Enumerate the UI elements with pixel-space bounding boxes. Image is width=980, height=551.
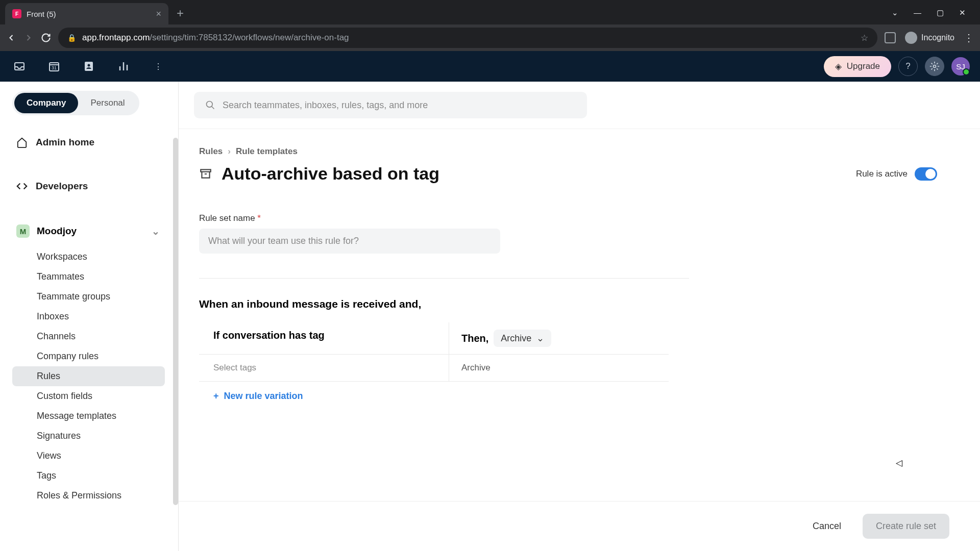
help-icon[interactable]: ? — [898, 57, 918, 76]
settings-icon[interactable] — [925, 57, 944, 76]
close-icon[interactable]: × — [156, 9, 161, 19]
workspace-badge: M — [16, 224, 30, 238]
rule-name-input[interactable] — [199, 229, 500, 254]
settings-search-input[interactable] — [223, 100, 576, 111]
svg-text:31: 31 — [52, 65, 57, 70]
upgrade-button[interactable]: ◈ Upgrade — [824, 56, 891, 77]
sidebar-item-views[interactable]: Views — [12, 446, 165, 466]
incognito-badge[interactable]: Incognito — [905, 32, 954, 44]
back-icon[interactable] — [6, 33, 16, 43]
rule-table: If conversation has tag Then, Archive ⌄ … — [199, 322, 669, 411]
more-apps-icon[interactable]: ⋮ — [149, 57, 167, 76]
app-header: 31 ⋮ ◈ Upgrade ? SJ — [0, 51, 980, 82]
scope-personal-button[interactable]: Personal — [78, 93, 137, 113]
tab-title: Front (5) — [27, 10, 151, 18]
home-icon — [16, 137, 28, 148]
sidebar-item-rules[interactable]: Rules — [12, 366, 165, 386]
extensions-icon[interactable] — [885, 32, 896, 43]
search-icon — [205, 100, 215, 110]
page-title: Auto-archive based on tag — [222, 164, 439, 184]
sidebar-item-company-rules[interactable]: Company rules — [12, 346, 165, 366]
divider — [199, 278, 689, 279]
developers-link[interactable]: Developers — [12, 174, 173, 198]
chevron-down-icon: ⌄ — [536, 333, 544, 344]
svg-point-6 — [207, 102, 213, 108]
sidebar-item-custom-fields[interactable]: Custom fields — [12, 386, 165, 406]
inbox-icon[interactable] — [10, 57, 29, 76]
avatar[interactable]: SJ — [951, 57, 970, 76]
new-variation-button[interactable]: + New rule variation — [199, 382, 669, 411]
contacts-icon[interactable] — [80, 57, 98, 76]
url-text: app.frontapp.com/settings/tim:7858132/wo… — [82, 33, 854, 43]
sidebar-item-teammates[interactable]: Teammates — [12, 267, 165, 287]
content-area: Rules › Rule templates Auto-archive base… — [179, 82, 980, 551]
rule-active-toggle: Rule is active — [856, 167, 937, 181]
plus-icon: + — [213, 391, 219, 402]
toggle-switch[interactable] — [915, 167, 937, 181]
browser-toolbar: 🔒 app.frontapp.com/settings/tim:7858132/… — [0, 24, 980, 51]
calendar-icon[interactable]: 31 — [45, 57, 63, 76]
url-bar[interactable]: 🔒 app.frontapp.com/settings/tim:7858132/… — [58, 28, 877, 48]
breadcrumb-templates[interactable]: Rule templates — [236, 146, 298, 157]
svg-point-5 — [934, 65, 936, 68]
footer-actions: Cancel Create rule set — [179, 501, 980, 551]
cursor-icon: ◁ — [896, 458, 902, 468]
window-controls: ⌄ — ▢ ✕ — [877, 8, 980, 24]
minimize-icon[interactable]: — — [914, 8, 921, 17]
browser-tab[interactable]: F Front (5) × — [5, 3, 168, 24]
sidebar-item-workspaces[interactable]: Workspaces — [12, 247, 165, 267]
action-value-cell: Archive — [449, 355, 669, 382]
svg-rect-7 — [201, 169, 211, 171]
sidebar-item-inboxes[interactable]: Inboxes — [12, 307, 165, 327]
reload-icon[interactable] — [41, 33, 51, 43]
sidebar-item-channels[interactable]: Channels — [12, 327, 165, 346]
sidebar-item-signatures[interactable]: Signatures — [12, 426, 165, 446]
sidebar-item-message-templates[interactable]: Message templates — [12, 406, 165, 426]
action-dropdown[interactable]: Archive ⌄ — [494, 330, 551, 347]
archive-icon — [199, 167, 212, 181]
when-heading: When an inbound message is received and, — [199, 298, 949, 310]
tab-dropdown-icon[interactable]: ⌄ — [892, 8, 898, 17]
settings-sidebar: Company Personal Admin home Developers M… — [0, 82, 179, 551]
rule-name-label: Rule set name * — [199, 213, 949, 223]
create-rule-set-button[interactable]: Create rule set — [863, 514, 949, 539]
code-icon — [16, 181, 28, 192]
lock-icon: 🔒 — [67, 34, 76, 42]
incognito-icon — [905, 32, 917, 44]
browser-menu-icon[interactable]: ⋮ — [964, 35, 974, 40]
scope-toggle: Company Personal — [12, 91, 139, 115]
breadcrumb-rules[interactable]: Rules — [199, 146, 223, 157]
chevron-down-icon: ⌄ — [152, 226, 160, 237]
cancel-button[interactable]: Cancel — [799, 514, 854, 539]
select-tags-cell[interactable]: Select tags — [199, 355, 449, 382]
analytics-icon[interactable] — [114, 57, 133, 76]
if-column-header: If conversation has tag — [199, 322, 449, 355]
chevron-right-icon: › — [228, 146, 231, 157]
bookmark-icon[interactable]: ☆ — [861, 33, 868, 43]
browser-tab-strip: F Front (5) × + ⌄ — ▢ ✕ — [0, 0, 980, 24]
scope-company-button[interactable]: Company — [14, 93, 78, 113]
close-window-icon[interactable]: ✕ — [959, 8, 966, 17]
sidebar-item-tags[interactable]: Tags — [12, 466, 165, 486]
maximize-icon[interactable]: ▢ — [937, 8, 944, 17]
then-column-header: Then, Archive ⌄ — [449, 322, 669, 355]
sidebar-item-roles-permissions[interactable]: Roles & Permissions — [12, 486, 165, 506]
svg-point-4 — [88, 64, 90, 67]
admin-home-link[interactable]: Admin home — [12, 131, 173, 154]
workspace-toggle[interactable]: M Moodjoy ⌄ — [12, 217, 173, 245]
sidebar-item-teammate-groups[interactable]: Teammate groups — [12, 287, 165, 307]
settings-search[interactable] — [194, 92, 587, 118]
tab-favicon-icon: F — [12, 9, 21, 18]
new-tab-button[interactable]: + — [168, 6, 192, 24]
breadcrumb: Rules › Rule templates — [199, 146, 949, 157]
diamond-icon: ◈ — [835, 61, 842, 72]
forward-icon — [23, 33, 34, 43]
